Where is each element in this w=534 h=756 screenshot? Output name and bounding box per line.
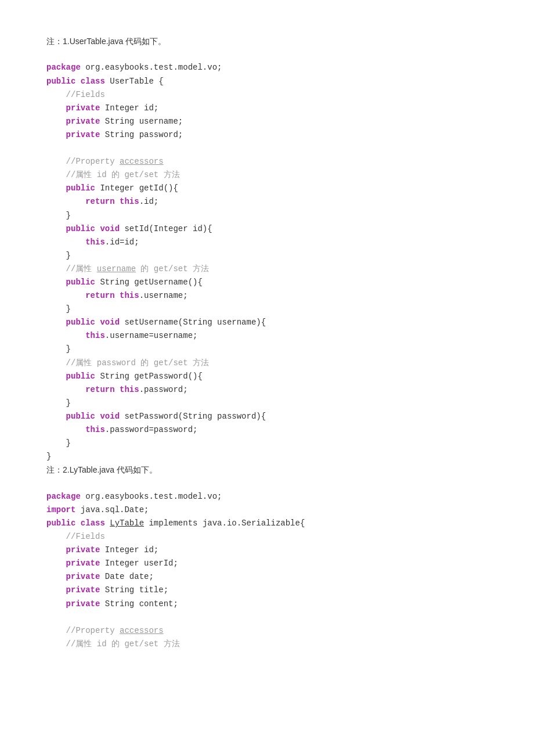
return-id: .id; [139, 197, 159, 206]
kw-this-1: this [120, 197, 139, 206]
comment-property-accessors-1: //Property accessors [66, 157, 164, 166]
kw-private-ly-5: private [66, 599, 100, 609]
kw-this-5: this [120, 385, 139, 394]
package-name-1: org.easybooks.test.model.vo; [81, 63, 222, 72]
method-getpassword-sig: String getPassword(){ [95, 372, 203, 381]
package-name-2: org.easybooks.test.model.vo; [81, 492, 222, 501]
brace-close-1: } [66, 211, 71, 220]
kw-public-setpassword: public [66, 412, 95, 421]
kw-void-3: void [100, 412, 120, 421]
note-1: 注：1.UserTable.java 代码如下。 [46, 35, 488, 48]
kw-return-3: return [85, 385, 114, 394]
comment-property-accessors-2: //Property accessors [66, 626, 164, 635]
field-userid: Integer userId; [100, 559, 178, 568]
class-name-usertable: UserTable { [105, 77, 164, 86]
setid-body: .id=id; [105, 237, 139, 247]
comment-fields-1: //Fields [66, 90, 105, 99]
method-getusername-sig: String getUsername(){ [95, 278, 203, 287]
kw-public-setid: public [66, 224, 95, 233]
field-title: String title; [100, 585, 168, 595]
method-setusername-sig: setUsername(String username){ [120, 318, 266, 327]
brace-close-2: } [66, 251, 71, 260]
kw-this-2: this [85, 237, 105, 247]
field-date: Date date; [100, 572, 153, 581]
kw-private-ly-4: private [66, 585, 100, 595]
comment-getset-id-2: //属性 id 的 get/set 方法 [66, 639, 180, 649]
kw-return-1: return [85, 197, 114, 206]
kw-class-1: class [81, 77, 105, 86]
method-setid-sig: setId(Integer id){ [120, 224, 212, 233]
comment-getset-password: //属性 password 的 get/set 方法 [66, 358, 209, 368]
note-2: 注：2.LyTable.java 代码如下。 [46, 463, 488, 476]
kw-this-4: this [85, 331, 105, 340]
return-username: .username; [139, 291, 188, 300]
kw-public-2: public [46, 519, 75, 528]
kw-void-1: void [100, 224, 120, 233]
field-id: Integer id; [100, 103, 158, 113]
kw-private-3: private [66, 130, 100, 139]
class-close-usertable: } [46, 452, 51, 461]
kw-class-2: class [81, 519, 105, 528]
page-content: 注：1.UserTable.java 代码如下。 package org.eas… [46, 35, 488, 651]
class-name-lytable: LyTable implements java.io.Serializable{ [105, 519, 305, 528]
kw-public-setusername: public [66, 318, 95, 327]
brace-close-3: } [66, 304, 71, 314]
kw-package-2: package [46, 492, 81, 501]
method-setpassword-sig: setPassword(String password){ [120, 412, 266, 421]
kw-private-ly-1: private [66, 545, 100, 555]
kw-import: import [46, 505, 75, 514]
kw-this-3: this [120, 291, 139, 300]
field-ly-id: Integer id; [100, 545, 158, 555]
kw-private-ly-2: private [66, 559, 100, 568]
import-date: java.sql.Date; [75, 505, 149, 514]
kw-package-1: package [46, 63, 81, 72]
kw-void-2: void [100, 318, 120, 327]
comment-getset-username: //属性 username 的 get/set 方法 [66, 264, 209, 273]
field-password: String password; [100, 130, 183, 139]
brace-close-4: } [66, 344, 71, 354]
kw-private-ly-3: private [66, 572, 100, 581]
kw-public-getusername: public [66, 278, 95, 287]
kw-public-1: public [46, 77, 75, 86]
kw-public-getid: public [66, 183, 95, 193]
field-content: String content; [100, 599, 178, 609]
kw-this-6: this [85, 425, 105, 434]
lytable-code-block: package org.easybooks.test.model.vo; imp… [46, 477, 488, 651]
usertable-code-block: package org.easybooks.test.model.vo; pub… [46, 48, 488, 463]
kw-private-1: private [66, 103, 100, 113]
setusername-body: .username=username; [105, 331, 198, 340]
brace-close-5: } [66, 398, 71, 408]
kw-private-2: private [66, 117, 100, 126]
return-password: .password; [139, 385, 188, 394]
setpassword-body: .password=password; [105, 425, 198, 434]
kw-public-getpassword: public [66, 372, 95, 381]
method-getid-sig: Integer getId(){ [95, 183, 178, 193]
brace-close-6: } [66, 438, 71, 448]
kw-return-2: return [85, 291, 114, 300]
comment-getset-id-1: //属性 id 的 get/set 方法 [66, 170, 180, 179]
field-username: String username; [100, 117, 183, 126]
comment-fields-2: //Fields [66, 532, 105, 541]
